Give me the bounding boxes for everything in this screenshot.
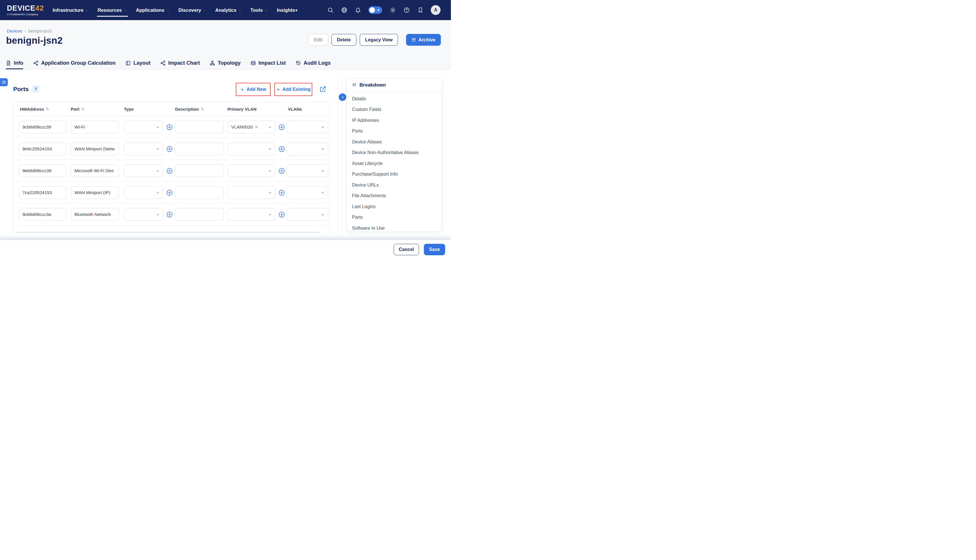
sidebar-item-parts[interactable]: Parts: [347, 212, 442, 223]
topology-icon: [210, 60, 215, 66]
add-type-button[interactable]: [166, 124, 173, 130]
nav-item-applications[interactable]: Applications: [136, 0, 170, 20]
add-vlan-button[interactable]: [279, 124, 285, 130]
nav-label: Insights+: [277, 7, 298, 13]
sidebar-item-ports[interactable]: Ports: [347, 126, 442, 137]
sidebar-item-details[interactable]: Details: [347, 93, 442, 104]
sidebar-item-ip-addresses[interactable]: IP Addresses: [347, 115, 442, 126]
sidebar-item-software-in-use[interactable]: Software In Use: [347, 223, 442, 232]
breadcrumb-devices-link[interactable]: Devices: [7, 28, 22, 33]
primary-vlan-select[interactable]: VLAN0020: [227, 121, 275, 133]
bookmark-icon[interactable]: [417, 7, 424, 13]
vlans-select[interactable]: [287, 121, 328, 133]
notifications-bell-icon[interactable]: [355, 7, 361, 13]
sidebar-item-device-aliases[interactable]: Device Aliases: [347, 137, 442, 147]
column-header-description[interactable]: Description: [175, 102, 204, 116]
add-type-button[interactable]: [166, 146, 173, 152]
theme-toggle[interactable]: [369, 6, 382, 14]
port-input[interactable]: [71, 186, 119, 199]
nav-item-tools[interactable]: Tools: [250, 0, 268, 20]
nav-item-infrastructure[interactable]: Infrastructure: [53, 0, 89, 20]
description-input[interactable]: [175, 186, 224, 199]
add-existing-button[interactable]: Add Existing: [276, 87, 310, 92]
primary-vlan-select[interactable]: [227, 208, 275, 221]
device42-logo[interactable]: DEVICE42 A Freshworks Company: [7, 5, 44, 16]
user-avatar[interactable]: A: [431, 5, 440, 15]
tab-info[interactable]: Info: [6, 57, 23, 69]
sidebar-item-asset-lifecycle[interactable]: Asset Lifecycle: [347, 158, 442, 169]
vlans-select[interactable]: [287, 143, 328, 155]
search-icon[interactable]: [327, 7, 334, 13]
tab-layout[interactable]: Layout: [125, 57, 150, 69]
type-select[interactable]: [124, 208, 163, 221]
add-type-button[interactable]: [166, 211, 173, 218]
edit-button[interactable]: Edit: [308, 34, 328, 46]
port-input[interactable]: [71, 143, 119, 155]
sidebar-item-purchase-support-info[interactable]: Purchase/Support Info: [347, 169, 442, 180]
delete-button[interactable]: Delete: [332, 34, 356, 46]
type-select[interactable]: [124, 165, 163, 177]
hwaddress-input[interactable]: [19, 121, 67, 133]
legacy-view-button[interactable]: Legacy View: [360, 34, 398, 46]
open-in-new-window-icon[interactable]: [319, 86, 326, 93]
add-vlan-button[interactable]: [279, 190, 285, 196]
hwaddress-input[interactable]: [19, 143, 67, 155]
chevron-down-icon: [155, 169, 160, 173]
description-input[interactable]: [175, 121, 224, 133]
tab-audit-logs[interactable]: Audit Logs: [295, 57, 331, 69]
type-select[interactable]: [124, 143, 163, 155]
hwaddress-input[interactable]: [19, 186, 67, 199]
add-vlan-button[interactable]: [279, 146, 285, 152]
port-input[interactable]: [71, 121, 119, 133]
plus-circle-icon: [279, 211, 285, 218]
hwaddress-input[interactable]: [19, 208, 67, 221]
sidebar-item-device-non-authoritative-aliases[interactable]: Device Non-Authoritative Aliases: [347, 147, 442, 158]
save-button[interactable]: Save: [424, 244, 445, 255]
nav-item-analytics[interactable]: Analytics: [215, 0, 242, 20]
column-header-hwaddress[interactable]: HWAddress: [20, 102, 50, 116]
port-input[interactable]: [71, 208, 119, 221]
side-panel-toggle[interactable]: [0, 78, 8, 86]
description-input[interactable]: [175, 143, 224, 155]
type-select[interactable]: [124, 186, 163, 199]
cancel-button[interactable]: Cancel: [394, 244, 419, 255]
clear-icon[interactable]: [255, 125, 259, 129]
sidebar-item-file-attachments[interactable]: File Attachments: [347, 191, 442, 202]
tab-topology[interactable]: Topology: [210, 57, 241, 69]
vlans-select[interactable]: [287, 186, 328, 199]
port-input[interactable]: [71, 165, 119, 177]
description-input[interactable]: [175, 165, 224, 177]
settings-gear-icon[interactable]: [389, 7, 396, 13]
add-type-button[interactable]: [166, 168, 173, 174]
nav-item-discovery[interactable]: Discovery: [179, 0, 207, 20]
column-header-port[interactable]: Port: [71, 102, 85, 116]
sidebar-item-last-logins[interactable]: Last Logins: [347, 201, 442, 212]
add-type-button[interactable]: [166, 190, 173, 196]
primary-vlan-select[interactable]: [227, 186, 275, 199]
primary-vlan-select[interactable]: [227, 165, 275, 177]
tab-impact-chart[interactable]: Impact Chart: [160, 57, 200, 69]
tab-impact-list[interactable]: Impact List: [250, 57, 286, 69]
add-vlan-button[interactable]: [279, 211, 285, 218]
sidebar-item-custom-fields[interactable]: Custom Fields: [347, 104, 442, 115]
ports-title: Ports: [13, 86, 29, 93]
help-icon[interactable]: [403, 7, 410, 13]
horizontal-scrollbar[interactable]: [17, 232, 320, 233]
globe-icon[interactable]: [341, 7, 347, 13]
sidebar-item-device-urls[interactable]: Device URLs: [347, 180, 442, 191]
vlans-select[interactable]: [287, 165, 328, 177]
nav-item-insights[interactable]: Insights+: [277, 0, 298, 20]
add-vlan-button[interactable]: [279, 168, 285, 174]
chevron-down-icon: [123, 8, 127, 12]
type-select[interactable]: [124, 121, 163, 133]
tab-application-group-calculation[interactable]: Application Group Calculation: [33, 57, 115, 69]
vlans-select[interactable]: [287, 208, 328, 221]
column-label: VLANs: [288, 107, 302, 112]
description-input[interactable]: [175, 208, 224, 221]
add-new-button[interactable]: Add New: [240, 87, 266, 92]
nav-item-resources[interactable]: Resources: [97, 0, 127, 20]
primary-vlan-select[interactable]: [227, 143, 275, 155]
hwaddress-input[interactable]: [19, 165, 67, 177]
archive-button[interactable]: Archive: [406, 34, 441, 46]
expand-sidebar-button[interactable]: [339, 93, 346, 101]
